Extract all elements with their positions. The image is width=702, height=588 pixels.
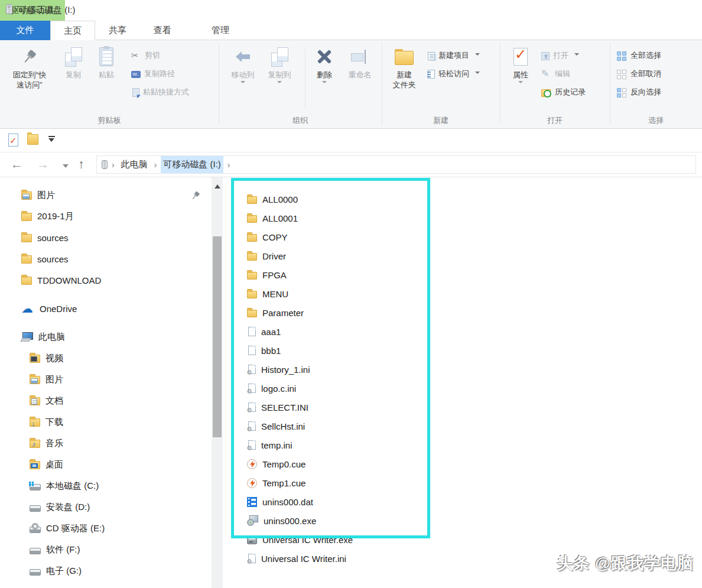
group-separator: [305, 48, 306, 108]
file-row[interactable]: aaa1: [227, 322, 641, 341]
scrollbar-thumb[interactable]: [213, 236, 222, 437]
copy-button[interactable]: 复制: [59, 44, 87, 80]
file-row[interactable]: logo.c.ini: [227, 379, 641, 398]
sidebar-item-drive-d[interactable]: 安装盘 (D:): [0, 496, 212, 518]
file-icon: [248, 327, 256, 336]
file-row[interactable]: SellcHst.ini: [227, 417, 641, 436]
sidebar-item-pictures[interactable]: 图片: [0, 369, 212, 390]
ini-file-icon: [248, 402, 256, 412]
sidebar-item-onedrive[interactable]: OneDrive: [0, 298, 212, 319]
sidebar-item-music[interactable]: 音乐: [0, 433, 212, 454]
sidebar-item-documents[interactable]: 文档: [0, 390, 212, 411]
properties-button[interactable]: 属性: [506, 44, 535, 86]
copy-to-button[interactable]: 复制到: [262, 44, 297, 86]
new-item-icon: [428, 52, 435, 60]
qat-properties-icon[interactable]: [8, 134, 18, 147]
file-row[interactable]: bbb1: [227, 341, 641, 360]
file-list: ALL0000 ALL0001 COPY Driver FPGA MENU Pa…: [227, 177, 641, 588]
tab-view[interactable]: 查看: [140, 21, 185, 40]
up-button[interactable]: [78, 156, 84, 173]
sidebar-item-drive-g[interactable]: 电子 (G:): [0, 560, 212, 581]
sidebar-item-drive-c[interactable]: 本地磁盘 (C:): [0, 475, 212, 496]
tab-manage[interactable]: 管理: [188, 21, 253, 40]
new-item-button[interactable]: 新建项目: [427, 50, 480, 61]
paste-button[interactable]: 粘贴: [92, 44, 121, 80]
sidebar-item-desktop[interactable]: 桌面: [0, 454, 212, 475]
edit-button[interactable]: 编辑: [541, 68, 586, 80]
sidebar-item-downloads[interactable]: 下载: [0, 411, 212, 433]
scrollbar-up-arrow-icon[interactable]: [214, 181, 220, 189]
title-bar: 可移动磁盘 (I:) 驱动器工具: [0, 0, 702, 21]
cue-lightning-icon: [247, 459, 257, 469]
folder-icon: [247, 272, 257, 280]
sidebar-item-pictures-quick[interactable]: 图片: [0, 184, 212, 206]
open-group-label: 打开: [500, 115, 610, 127]
file-row[interactable]: Universal IC Writer.exe: [227, 530, 641, 549]
delete-button[interactable]: 删除: [310, 44, 339, 86]
drive-icon: [30, 548, 41, 554]
move-to-button[interactable]: 移动到: [226, 44, 260, 86]
cut-button[interactable]: 剪切: [131, 50, 189, 61]
music-folder-icon: [30, 440, 40, 448]
rename-button[interactable]: 重命名: [342, 44, 378, 80]
file-row[interactable]: Temp1.cue: [227, 473, 641, 492]
sidebar-item-sources-1[interactable]: sources: [0, 227, 212, 248]
pictures-folder-icon: [30, 376, 40, 384]
sidebar-item-drive-f[interactable]: 软件 (F:): [0, 539, 212, 560]
tab-share[interactable]: 共享: [95, 21, 140, 40]
pin-to-quick-access-button[interactable]: 固定到“快 速访问”: [5, 44, 54, 90]
history-button[interactable]: 历史记录: [541, 86, 586, 98]
copy-path-button[interactable]: 复制路径: [131, 68, 189, 80]
file-row[interactable]: ALL0000: [227, 190, 641, 209]
select-none-button[interactable]: 全部取消: [617, 68, 661, 80]
file-row[interactable]: COPY: [227, 228, 641, 246]
paste-icon: [99, 47, 113, 66]
invert-selection-button[interactable]: 反向选择: [617, 86, 661, 98]
downloads-folder-icon: [30, 418, 40, 427]
history-folder-clock-icon: [541, 87, 551, 98]
tab-home[interactable]: 主页: [50, 21, 95, 41]
address-breadcrumb-field[interactable]: 此电脑 可移动磁盘 (I:): [96, 155, 696, 174]
sidebar-item-drive-e-cd[interactable]: CD 驱动器 (E:): [0, 518, 212, 539]
copy-icon: [65, 47, 82, 66]
breadcrumb-current-drive[interactable]: 可移动磁盘 (I:): [161, 156, 223, 173]
new-group-label: 新建: [382, 115, 500, 127]
file-row[interactable]: Parameter: [227, 303, 641, 322]
sidebar-item-tddownload[interactable]: TDDOWNLOAD: [0, 269, 212, 291]
dat-media-icon: [247, 497, 257, 507]
qat-customize-chevron-icon[interactable]: [48, 136, 56, 145]
sidebar-item-videos[interactable]: 视频: [0, 347, 212, 369]
sidebar-item-this-pc[interactable]: 此电脑: [0, 326, 212, 347]
back-button[interactable]: [11, 156, 23, 173]
sidebar-scrollbar[interactable]: [212, 177, 223, 588]
file-row[interactable]: Temp0.cue: [227, 454, 641, 473]
select-all-button[interactable]: 全部选择: [617, 50, 661, 61]
delete-x-icon: [316, 48, 333, 66]
forward-button[interactable]: [37, 156, 49, 173]
qat-new-folder-icon[interactable]: [27, 134, 38, 145]
sidebar-item-partial[interactable]: [0, 581, 212, 588]
file-row[interactable]: SELECT.INI: [227, 398, 641, 417]
file-row[interactable]: Driver: [227, 246, 641, 265]
sidebar-item-sources-2[interactable]: sources: [0, 248, 212, 269]
folder-icon: [247, 234, 257, 242]
file-row[interactable]: ALL0001: [227, 209, 641, 228]
ribbon: 固定到“快 速访问” 复制 粘贴 剪切 复制路径 粘贴快捷方式 剪贴板 移动到 …: [0, 40, 702, 129]
breadcrumb-this-pc[interactable]: 此电脑: [119, 156, 150, 173]
file-row[interactable]: unins000.exe: [227, 511, 641, 530]
tab-file[interactable]: 文件: [0, 21, 50, 40]
folder-icon: [247, 291, 257, 298]
file-row[interactable]: temp.ini: [227, 436, 641, 454]
open-button[interactable]: 打开: [541, 50, 586, 61]
file-row[interactable]: History_1.ini: [227, 360, 641, 379]
file-row[interactable]: unins000.dat: [227, 492, 641, 511]
easy-access-button[interactable]: 轻松访问: [427, 68, 480, 80]
sidebar-item-2019-1[interactable]: 2019-1月: [0, 206, 212, 227]
properties-check-icon: [514, 48, 528, 66]
ini-file-icon: [248, 440, 256, 450]
paste-shortcut-button[interactable]: 粘贴快捷方式: [131, 86, 189, 98]
file-row[interactable]: FPGA: [227, 265, 641, 284]
new-folder-button[interactable]: 新建 文件夹: [388, 44, 421, 90]
recent-locations-chevron-icon[interactable]: [63, 164, 69, 171]
file-row[interactable]: MENU: [227, 284, 641, 303]
